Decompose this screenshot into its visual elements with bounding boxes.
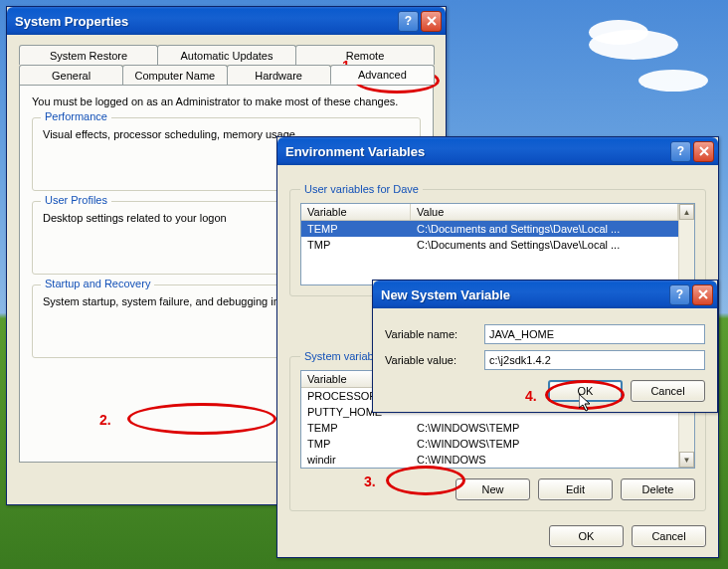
admin-hint: You must be logged on as an Administrato… bbox=[32, 95, 421, 107]
window-title: Environment Variables bbox=[285, 144, 668, 159]
close-button[interactable] bbox=[421, 11, 442, 32]
window-title: System Properties bbox=[15, 14, 396, 29]
tab-strip: System Restore Automatic Updates Remote … bbox=[19, 45, 434, 85]
delete-system-variable-button[interactable]: Delete bbox=[621, 478, 695, 500]
group-legend: User variables for Dave bbox=[300, 183, 423, 195]
list-item[interactable]: TMP C:\Documents and Settings\Dave\Local… bbox=[301, 237, 678, 253]
column-header-variable[interactable]: Variable bbox=[301, 204, 411, 220]
desktop-background-clouds bbox=[509, 10, 708, 109]
cancel-button[interactable]: Cancel bbox=[631, 380, 705, 402]
scroll-down-button[interactable]: ▼ bbox=[679, 452, 694, 468]
scrollbar[interactable]: ▲ bbox=[678, 204, 694, 284]
group-legend: User Profiles bbox=[41, 194, 111, 206]
titlebar[interactable]: Environment Variables ? bbox=[277, 137, 718, 165]
close-button[interactable] bbox=[692, 284, 713, 305]
column-header-value[interactable]: Value bbox=[411, 204, 678, 220]
help-button[interactable]: ? bbox=[398, 11, 419, 32]
group-legend: Performance bbox=[41, 110, 111, 122]
ok-button[interactable]: OK bbox=[548, 380, 623, 402]
list-item[interactable]: TEMP C:\WINDOWS\TEMP bbox=[301, 420, 678, 436]
cancel-button[interactable]: Cancel bbox=[632, 525, 706, 547]
close-button[interactable] bbox=[693, 141, 714, 162]
help-button[interactable]: ? bbox=[670, 141, 691, 162]
new-system-variable-button[interactable]: New bbox=[455, 478, 530, 500]
variable-name-label: Variable name: bbox=[385, 328, 484, 340]
list-item[interactable]: TEMP C:\Documents and Settings\Dave\Loca… bbox=[301, 221, 678, 237]
window-title: New System Variable bbox=[381, 287, 667, 302]
tab-hardware[interactable]: Hardware bbox=[227, 65, 331, 85]
ok-button[interactable]: OK bbox=[549, 525, 624, 547]
variable-value-input[interactable] bbox=[484, 350, 705, 370]
tab-system-restore[interactable]: System Restore bbox=[19, 45, 158, 65]
help-button[interactable]: ? bbox=[669, 284, 690, 305]
variable-value-label: Variable value: bbox=[385, 354, 484, 366]
list-item[interactable]: windir C:\WINDOWS bbox=[301, 452, 678, 468]
edit-system-variable-button[interactable]: Edit bbox=[538, 478, 613, 500]
tab-advanced[interactable]: Advanced bbox=[330, 65, 435, 85]
tab-general[interactable]: General bbox=[19, 65, 123, 85]
tab-remote[interactable]: Remote bbox=[295, 45, 435, 65]
user-variables-list[interactable]: Variable Value TEMP C:\Documents and Set… bbox=[300, 203, 695, 285]
new-system-variable-window: New System Variable ? Variable name: Var… bbox=[372, 280, 718, 413]
list-item[interactable]: TMP C:\WINDOWS\TEMP bbox=[301, 436, 678, 452]
group-legend: Startup and Recovery bbox=[41, 278, 154, 289]
titlebar[interactable]: New System Variable ? bbox=[373, 281, 717, 308]
tab-computer-name[interactable]: Computer Name bbox=[122, 65, 227, 85]
tab-automatic-updates[interactable]: Automatic Updates bbox=[157, 45, 296, 65]
scroll-up-button[interactable]: ▲ bbox=[679, 204, 694, 220]
titlebar[interactable]: System Properties ? bbox=[7, 7, 446, 35]
variable-name-input[interactable] bbox=[484, 324, 705, 344]
